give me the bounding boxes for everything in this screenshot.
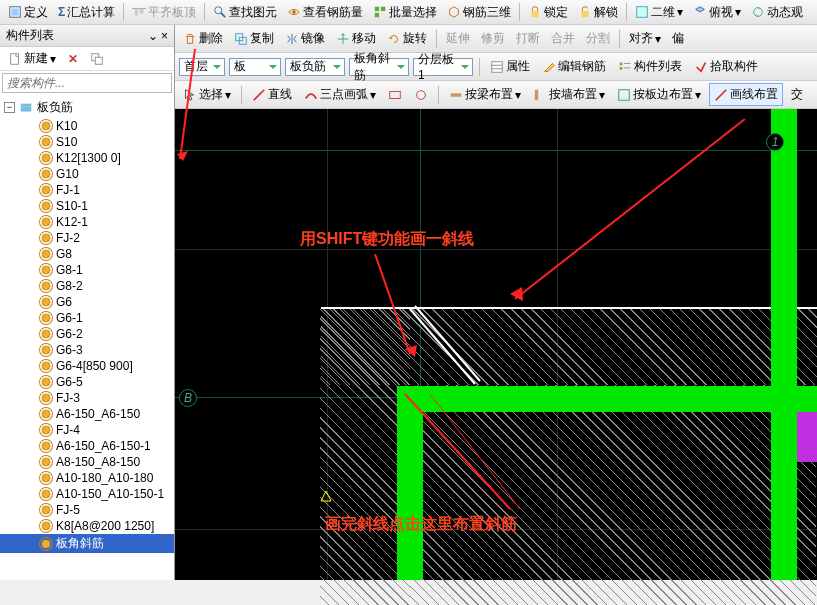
rebar-3d-button[interactable]: 钢筋三维 [443, 2, 515, 23]
gear-icon [40, 296, 52, 308]
cross-button[interactable]: 交 [787, 84, 807, 105]
by-beam-button[interactable]: 按梁布置 ▾ [445, 84, 525, 105]
view2d-button[interactable]: 二维 ▾ [631, 2, 687, 23]
tree-item[interactable]: A8-150_A8-150 [0, 454, 174, 470]
edit-rebar-button[interactable]: 编辑钢筋 [538, 56, 610, 77]
delete-button[interactable]: 删除 [179, 28, 227, 49]
summary-button[interactable]: Σ汇总计算 [54, 2, 119, 23]
collapse-icon[interactable]: − [4, 102, 15, 113]
by-edge-button[interactable]: 按板边布置 ▾ [613, 84, 705, 105]
tree-item[interactable]: A10-180_A10-180 [0, 470, 174, 486]
tree-item[interactable]: K12[1300 0] [0, 150, 174, 166]
tree-item[interactable]: 板角斜筋 [0, 534, 174, 553]
tree-item[interactable]: FJ-4 [0, 422, 174, 438]
svg-rect-3 [135, 9, 139, 16]
svg-rect-18 [21, 103, 32, 106]
comp-list-button[interactable]: 构件列表 [614, 56, 686, 77]
svg-marker-44 [510, 287, 523, 301]
tree-item[interactable]: G6-4[850 900] [0, 358, 174, 374]
by-draw-button[interactable]: 画线布置 [709, 83, 783, 106]
pick-button[interactable]: 拾取构件 [690, 56, 762, 77]
filter-toolbar: 首层 板 板负筋 板角斜筋 分层板1 属性 编辑钢筋 构件列表 拾取构件 [175, 53, 817, 81]
tree-item[interactable]: G8-1 [0, 262, 174, 278]
rebar-dropdown[interactable]: 板角斜筋 [349, 58, 409, 76]
svg-rect-9 [381, 7, 385, 11]
tree-item[interactable]: G8-2 [0, 278, 174, 294]
tree-item-label: A6-150_A6-150 [56, 407, 140, 421]
arc-button[interactable]: 三点画弧 ▾ [300, 84, 380, 105]
tree-item[interactable]: FJ-3 [0, 390, 174, 406]
tree-item[interactable]: FJ-2 [0, 230, 174, 246]
search-input[interactable] [2, 73, 172, 93]
tree-item-label: G6-4[850 900] [56, 359, 133, 373]
main-toolbar: 定义 Σ汇总计算 平齐板顶 查找图元 查看钢筋量 批量选择 钢筋三维 锁定 解锁… [0, 0, 817, 25]
svg-rect-11 [532, 11, 539, 17]
tree-item[interactable]: K12-1 [0, 214, 174, 230]
rotate-button[interactable]: 旋转 [383, 28, 431, 49]
tree-item[interactable]: A6-150_A6-150 [0, 406, 174, 422]
mirror-button[interactable]: 镜像 [281, 28, 329, 49]
rect-icon[interactable] [384, 86, 406, 104]
line-button[interactable]: 直线 [248, 84, 296, 105]
move-button[interactable]: 移动 [332, 28, 380, 49]
copy-new-icon[interactable] [86, 50, 108, 68]
tree-item-label: G6-5 [56, 375, 83, 389]
svg-rect-31 [390, 91, 401, 98]
tree-item-label: G6-1 [56, 311, 83, 325]
batch-select-button[interactable]: 批量选择 [369, 2, 441, 23]
offset-button[interactable]: 偏 [668, 28, 688, 49]
gear-icon [40, 392, 52, 404]
tree-item[interactable]: G10 [0, 166, 174, 182]
dynamic-view-button[interactable]: 动态观 [747, 2, 807, 23]
view-rebar-button[interactable]: 查看钢筋量 [283, 2, 367, 23]
tree-root[interactable]: − 板负筋 [0, 97, 174, 118]
tree-item-label: G6 [56, 295, 72, 309]
svg-marker-38 [321, 491, 331, 501]
tree-item[interactable]: FJ-1 [0, 182, 174, 198]
view-angle-button[interactable]: 俯视 ▾ [689, 2, 745, 23]
define-button[interactable]: 定义 [4, 2, 52, 23]
new-button[interactable]: 新建 ▾ [4, 48, 60, 69]
tree-item[interactable]: G6-1 [0, 310, 174, 326]
delete-icon[interactable]: ✕ [64, 50, 82, 68]
props-button[interactable]: 属性 [486, 56, 534, 77]
gear-icon [40, 376, 52, 388]
tree-item[interactable]: G6-2 [0, 326, 174, 342]
circle-icon[interactable] [410, 86, 432, 104]
type-dropdown[interactable]: 板 [229, 58, 281, 76]
tree-item[interactable]: G6 [0, 294, 174, 310]
tree-item[interactable]: K10 [0, 118, 174, 134]
svg-point-5 [215, 7, 222, 14]
tree-item[interactable]: G6-3 [0, 342, 174, 358]
tree-item[interactable]: FJ-5 [0, 502, 174, 518]
subtype-dropdown[interactable]: 板负筋 [285, 58, 345, 76]
tree-item[interactable]: S10-1 [0, 198, 174, 214]
svg-rect-10 [375, 13, 379, 17]
tree-item-label: K12[1300 0] [56, 151, 121, 165]
tree-item[interactable]: K8[A8@200 1250] [0, 518, 174, 534]
tree-item[interactable]: G6-5 [0, 374, 174, 390]
tree-item[interactable]: A10-150_A10-150-1 [0, 486, 174, 502]
tree-item[interactable]: A6-150_A6-150-1 [0, 438, 174, 454]
gear-icon [40, 152, 52, 164]
gear-icon [40, 280, 52, 292]
align-button[interactable]: 对齐 ▾ [625, 28, 665, 49]
gear-icon [40, 184, 52, 196]
layer-dropdown[interactable]: 分层板1 [413, 58, 473, 76]
tree-item[interactable]: G8 [0, 246, 174, 262]
gear-icon [40, 440, 52, 452]
copy-button[interactable]: 复制 [230, 28, 278, 49]
lock-button[interactable]: 锁定 [524, 2, 572, 23]
tree-item-label: FJ-5 [56, 503, 80, 517]
panel-menu-icon[interactable]: ⌄ × [148, 29, 168, 43]
floor-dropdown[interactable]: 首层 [179, 58, 225, 76]
select-button[interactable]: 选择 ▾ [179, 84, 235, 105]
svg-marker-40 [177, 151, 188, 161]
drawing-canvas[interactable]: B 1 用SHIFT键功能画一斜线 画完斜线点击这里布置斜筋 [175, 109, 817, 580]
gear-icon [40, 216, 52, 228]
unlock-button[interactable]: 解锁 [574, 2, 622, 23]
by-wall-button[interactable]: 按墙布置 ▾ [529, 84, 609, 105]
find-elem-button[interactable]: 查找图元 [209, 2, 281, 23]
tree-item[interactable]: S10 [0, 134, 174, 150]
new-bar: 新建 ▾ ✕ [0, 47, 174, 71]
